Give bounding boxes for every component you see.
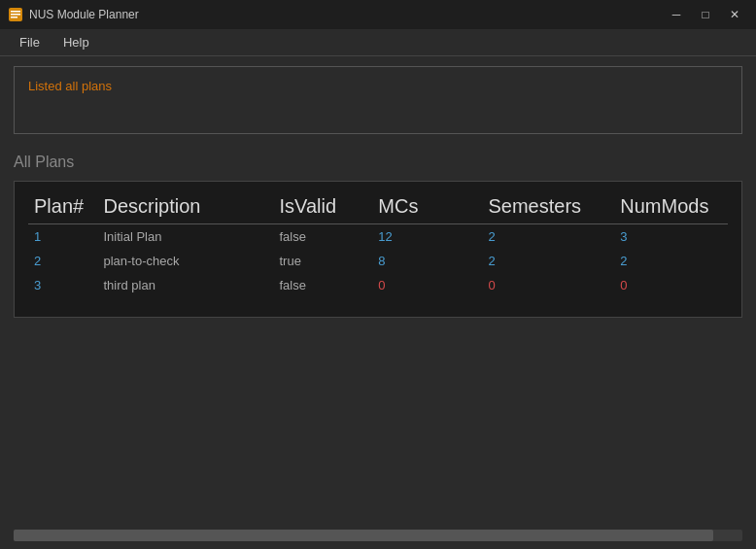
menu-file[interactable]: File: [8, 31, 52, 53]
cell-sem-2: 0: [482, 273, 614, 297]
menu-bar: File Help: [0, 29, 756, 56]
minimize-button[interactable]: ─: [663, 5, 690, 24]
table-container: Plan# Description IsValid MCs Semesters …: [14, 181, 742, 318]
message-text: Listed all plans: [28, 79, 112, 93]
cell-desc-2: third plan: [97, 273, 273, 297]
cell-sem-1: 2: [482, 249, 614, 273]
window-controls: ─ □ ✕: [663, 5, 748, 24]
table-row[interactable]: 2 plan-to-check true 8 2 2: [28, 249, 728, 273]
cell-mods-1: 2: [614, 249, 728, 273]
cell-desc-0: Initial Plan: [97, 224, 273, 250]
title-bar-left: NUS Module Planner: [8, 7, 139, 22]
cell-plan-1: 2: [28, 249, 97, 273]
header-description: Description: [97, 191, 273, 224]
header-mcs: MCs: [372, 191, 482, 224]
header-nummods: NumMods: [614, 191, 728, 224]
header-semesters: Semesters: [482, 191, 614, 224]
menu-help[interactable]: Help: [52, 31, 101, 53]
app-icon: [8, 7, 23, 22]
close-button[interactable]: ✕: [721, 5, 748, 24]
table-row[interactable]: 1 Initial Plan false 12 2 3: [28, 224, 728, 250]
svg-rect-2: [11, 14, 20, 16]
title-bar: NUS Module Planner ─ □ ✕: [0, 0, 756, 29]
cell-sem-0: 2: [482, 224, 614, 250]
cell-mods-0: 3: [614, 224, 728, 250]
scrollbar-thumb[interactable]: [14, 530, 713, 541]
svg-rect-1: [11, 11, 20, 13]
cell-desc-1: plan-to-check: [97, 249, 273, 273]
main-content: All Plans Plan# Description IsValid MCs …: [0, 144, 756, 327]
cell-mcs-1: 8: [372, 249, 482, 273]
maximize-button[interactable]: □: [692, 5, 719, 24]
table-row[interactable]: 3 third plan false 0 0 0: [28, 273, 728, 297]
horizontal-scrollbar[interactable]: [14, 530, 742, 541]
cell-mcs-2: 0: [372, 273, 482, 297]
cell-mods-2: 0: [614, 273, 728, 297]
cell-plan-2: 3: [28, 273, 97, 297]
window-title: NUS Module Planner: [29, 8, 139, 21]
plans-table: Plan# Description IsValid MCs Semesters …: [28, 191, 728, 297]
cell-mcs-0: 12: [372, 224, 482, 250]
cell-plan-0: 1: [28, 224, 97, 250]
svg-rect-3: [11, 17, 17, 18]
cell-valid-0: false: [274, 224, 373, 250]
table-body: 1 Initial Plan false 12 2 3 2 plan-to-ch…: [28, 224, 728, 298]
section-title: All Plans: [14, 154, 742, 171]
header-row: Plan# Description IsValid MCs Semesters …: [28, 191, 728, 224]
message-area: Listed all plans: [14, 66, 742, 134]
table-header: Plan# Description IsValid MCs Semesters …: [28, 191, 728, 224]
header-plan: Plan#: [28, 191, 97, 224]
cell-valid-1: true: [274, 249, 373, 273]
cell-valid-2: false: [274, 273, 373, 297]
header-isvalid: IsValid: [274, 191, 373, 224]
